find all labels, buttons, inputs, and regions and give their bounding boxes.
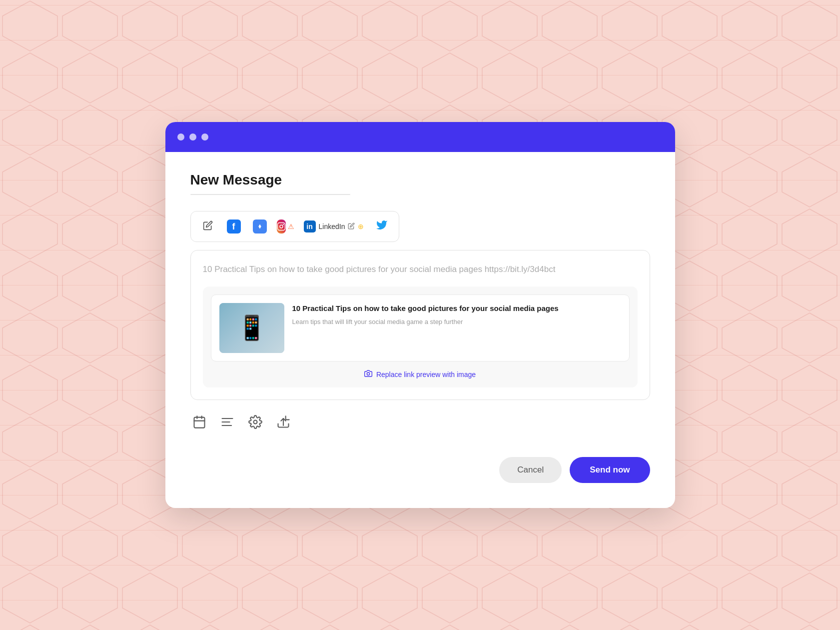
tab-default[interactable] xyxy=(196,216,220,238)
linkedin-pencil-icon xyxy=(348,222,355,231)
action-buttons: Cancel Send now xyxy=(190,457,650,483)
svg-point-3 xyxy=(280,225,283,228)
preview-card: 10 Practical Tips on how to take good pi… xyxy=(211,294,630,362)
text-lines-icon[interactable] xyxy=(220,415,234,432)
svg-point-13 xyxy=(253,420,257,424)
tab-facebook[interactable]: f xyxy=(222,216,246,238)
tab-gmb[interactable] xyxy=(248,216,272,238)
tab-linkedin[interactable]: in LinkedIn ⊕ xyxy=(300,216,368,238)
instagram-icon xyxy=(277,220,286,234)
message-text: 10 Practical Tips on how to take good pi… xyxy=(203,262,638,276)
facebook-icon: f xyxy=(227,220,241,234)
gmb-icon xyxy=(253,220,267,234)
preview-content: 10 Practical Tips on how to take good pi… xyxy=(292,303,621,326)
svg-rect-2 xyxy=(278,223,285,230)
linkedin-icon: in xyxy=(304,220,316,232)
bottom-toolbar xyxy=(190,415,650,432)
settings-icon[interactable] xyxy=(248,415,262,432)
replace-link-label: Replace link preview with image xyxy=(376,370,476,378)
camera-icon xyxy=(364,370,372,380)
linkedin-warning-icon: ⊕ xyxy=(358,222,364,230)
message-composer[interactable]: 10 Practical Tips on how to take good pi… xyxy=(190,250,650,400)
traffic-light-2[interactable] xyxy=(189,134,196,140)
linkedin-label: LinkedIn xyxy=(319,222,345,230)
preview-title: 10 Practical Tips on how to take good pi… xyxy=(292,303,621,314)
main-window: New Message f xyxy=(165,122,675,508)
preview-image xyxy=(219,303,284,353)
svg-point-4 xyxy=(283,224,284,225)
traffic-light-1[interactable] xyxy=(177,134,184,140)
send-now-button[interactable]: Send now xyxy=(570,457,650,483)
calendar-icon[interactable] xyxy=(192,415,206,432)
twitter-icon xyxy=(376,219,388,234)
instagram-warning-icon: ⚠ xyxy=(288,222,294,230)
page-title: New Message xyxy=(190,172,650,188)
tab-instagram[interactable]: ⚠ xyxy=(274,216,298,238)
preview-description: Learn tips that will lift your social me… xyxy=(292,318,621,326)
title-bar xyxy=(165,122,675,152)
pencil-icon xyxy=(203,220,213,233)
title-divider xyxy=(190,194,350,195)
platform-tabs-container: f xyxy=(190,211,400,242)
svg-point-5 xyxy=(367,372,369,375)
cancel-button[interactable]: Cancel xyxy=(499,457,562,483)
replace-link-button[interactable]: Replace link preview with image xyxy=(211,370,630,380)
window-content: New Message f xyxy=(165,152,675,508)
traffic-light-3[interactable] xyxy=(201,134,208,140)
tab-twitter[interactable] xyxy=(370,216,394,238)
svg-rect-6 xyxy=(194,417,204,428)
link-preview-container: 10 Practical Tips on how to take good pi… xyxy=(203,286,638,388)
share-icon[interactable] xyxy=(276,415,290,432)
